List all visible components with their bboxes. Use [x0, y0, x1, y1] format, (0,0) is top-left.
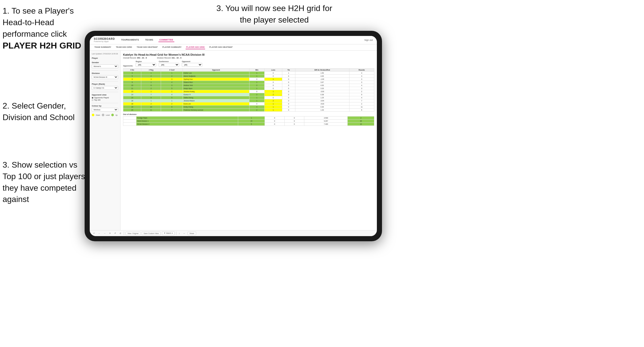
overall-record-value: 353 - 34 - 6	[137, 57, 147, 59]
col-opponent: Opponent	[183, 69, 249, 72]
table-cell: 2	[349, 102, 374, 105]
table-row: 1611Jessica Mason120-0.947	[123, 99, 374, 102]
table-cell: 2	[141, 102, 161, 105]
forward-button[interactable]: →	[103, 232, 107, 235]
table-cell: -5.00	[295, 102, 349, 105]
table-cell: 1	[249, 72, 265, 75]
gender-label: Gender	[92, 61, 118, 64]
colour-by-select[interactable]: Win/loss	[92, 108, 118, 112]
sub-nav-team-h2h-grid[interactable]: TEAM H2H GRID	[115, 45, 133, 49]
share-button[interactable]: Share	[188, 232, 196, 235]
table-row: 522Alexis Sudjianto1004.003	[123, 75, 374, 78]
table-cell: 3	[161, 84, 183, 87]
logo-text: SCOREBOARD	[94, 37, 115, 41]
back-button[interactable]: ←	[97, 232, 101, 235]
table-cell: Heejo Hyun	[183, 87, 249, 90]
table-cell: 3	[161, 78, 183, 81]
opponent-select[interactable]: (All)	[182, 63, 202, 67]
refresh-button[interactable]: ↺	[113, 232, 117, 235]
table-cell: 4	[161, 93, 183, 96]
expand-horizontal-button[interactable]: ↔	[182, 232, 186, 235]
table-cell: 9	[349, 93, 374, 96]
region-select[interactable]: (All)	[136, 63, 156, 67]
table-cell: 4.00	[295, 75, 349, 78]
target-button[interactable]: ⊙	[108, 232, 112, 235]
sub-nav-team-summary[interactable]: TEAM SUMMARY	[94, 45, 112, 49]
table-cell: 10	[123, 84, 141, 87]
grid-records: Overall Record: 353 - 34 - 6 Division Re…	[123, 57, 374, 59]
table-cell: 15	[123, 96, 141, 99]
out-of-division-body: Foreign Team1004.5002NAIA Division 11500…	[123, 117, 374, 126]
table-cell: Esther Lee	[183, 72, 249, 75]
instruction-top-left: 1. To see a Player's Head-to-Head perfor…	[3, 5, 97, 52]
colour-up-label: Up	[115, 114, 117, 116]
sub-nav-player-h2h-grid[interactable]: PLAYER H2H GRID	[186, 45, 205, 49]
region-filter: Region (All)	[136, 61, 156, 67]
sub-nav: TEAM SUMMARY TEAM H2H GRID TEAM H2H HEAT…	[90, 44, 377, 51]
table-cell: 1	[141, 99, 161, 102]
table-cell: -0.94	[295, 99, 349, 102]
table-cell: 3	[349, 78, 374, 81]
sidebar-player-section: Player	[92, 57, 118, 59]
table-cell: 0.30	[295, 105, 349, 109]
table-cell: 10	[141, 105, 161, 109]
table-cell: 5	[238, 123, 265, 126]
table-row: 1063Andrea York2004.004	[123, 84, 374, 87]
table-cell: 0	[282, 78, 295, 81]
grid-title: Katelyn Vo Head-to-Head Grid for Women's…	[123, 53, 374, 56]
table-cell: 4.00	[295, 84, 349, 87]
table-cell: 0	[264, 72, 282, 75]
sub-nav-team-h2h-heatmap[interactable]: TEAM H2H HEATMAP	[136, 45, 158, 49]
sub-nav-player-h2h-heatmap[interactable]: PLAYER H2H HEATMAP	[209, 45, 233, 49]
nav-teams[interactable]: TEAMS	[144, 38, 154, 42]
nav-sign-out[interactable]: Sign out	[364, 39, 373, 41]
table-cell: 0	[285, 117, 304, 120]
division-select[interactable]: NCAA Division III	[92, 75, 118, 79]
col-tie: Tie	[282, 69, 295, 72]
table-cell: 1.33	[295, 109, 349, 112]
undo-button[interactable]: ↩	[92, 232, 96, 235]
table-cell: Sydney Kuo	[183, 78, 249, 81]
table-cell: 1.25	[295, 96, 349, 99]
colour-legend: Down Level Up	[92, 114, 118, 116]
table-cell: 3	[349, 81, 374, 84]
gender-select[interactable]: Women's	[92, 64, 118, 68]
sidebar-divider-2	[92, 81, 118, 81]
expand-vertical-button[interactable]: ↕	[178, 232, 181, 235]
sub-nav-player-summary[interactable]: PLAYER SUMMARY	[162, 45, 182, 49]
table-cell: Jessica Huang	[183, 90, 249, 93]
table-cell: 0	[282, 99, 295, 102]
table-cell: 1	[141, 90, 161, 93]
table-cell: Andrea York	[183, 84, 249, 87]
overall-record-label: Overall Record:	[123, 57, 136, 59]
table-row: 1311Jessica Huang010-3.002	[123, 90, 374, 93]
table-cell: 3	[349, 87, 374, 90]
table-cell: 1	[249, 81, 265, 84]
save-custom-view-button[interactable]: Save Custom View	[142, 232, 160, 235]
player-label: Player	[92, 57, 118, 59]
view-original-button[interactable]: View: Original	[126, 232, 140, 235]
nav-tournaments[interactable]: TOURNAMENTS	[120, 38, 140, 42]
player-rank-select[interactable]: 8. Katelyn Vo	[92, 86, 118, 90]
table-cell: 8	[141, 96, 161, 99]
filters-row: Opponents: Region (All) Conference (All)	[123, 61, 374, 67]
col-conf: # Conf	[161, 69, 183, 72]
table-cell: 0	[249, 90, 265, 93]
nav-committee[interactable]: COMMITTEE	[158, 38, 174, 42]
table-body: 311Esther Lee1011.504522Alexis Sudjianto…	[123, 72, 374, 112]
radio-top100[interactable]: Top 100	[92, 99, 118, 101]
timer-button[interactable]: ⏱	[118, 232, 122, 235]
instruction-text-1: 1. To see a Player's Head-to-Head perfor…	[3, 6, 74, 38]
table-cell: 1	[238, 117, 265, 120]
table-cell: 0	[282, 84, 295, 87]
table-row: 1474Eunice Yi2200.389	[123, 93, 374, 96]
sidebar: Last Updated: 27/03/2024 16:55:38 Player…	[90, 51, 120, 230]
radio-dot-opponents	[92, 97, 93, 99]
division-record-label: Division Record:	[157, 57, 171, 59]
table-cell: 0	[282, 75, 295, 78]
conference-select[interactable]: (All)	[159, 63, 179, 67]
radio-opponents-played[interactable]: Opponents Played	[92, 97, 118, 99]
table-cell: 2	[264, 93, 282, 96]
watch-button[interactable]: 👁 Watch ▾	[162, 232, 174, 235]
table-cell: 0	[264, 75, 282, 78]
